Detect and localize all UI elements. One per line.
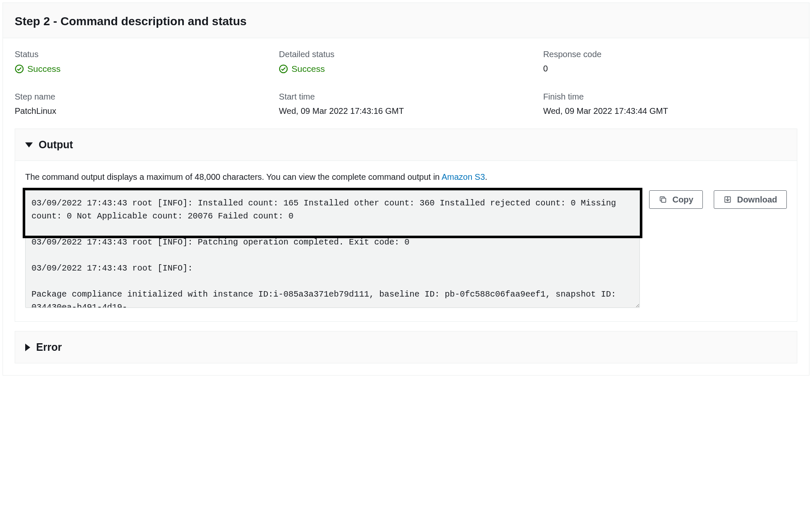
download-button[interactable]: Download [714,190,787,209]
svg-rect-2 [662,198,666,202]
start-time-value: Wed, 09 Mar 2022 17:43:16 GMT [279,105,533,117]
output-row: Copy Download [25,190,787,311]
error-heading: Error [36,340,62,355]
detailed-status-label: Detailed status [279,48,533,60]
output-actions: Copy Download [649,190,787,209]
field-start-time: Start time Wed, 09 Mar 2022 17:43:16 GMT [279,91,533,117]
output-description: The command output displays a maximum of… [25,171,787,183]
caret-right-icon [25,344,30,351]
error-section: Error [15,331,797,363]
field-status: Status Success [15,48,269,76]
field-response-code: Response code 0 [543,48,797,76]
detailed-status-value: Success [279,63,325,75]
field-finish-time: Finish time Wed, 09 Mar 2022 17:43:44 GM… [543,91,797,117]
output-toggle[interactable]: Output [15,129,797,161]
error-toggle[interactable]: Error [15,331,797,363]
amazon-s3-link[interactable]: Amazon S3 [442,172,485,181]
step-name-label: Step name [15,91,269,103]
copy-button[interactable]: Copy [649,190,703,209]
download-icon [723,195,732,204]
start-time-label: Start time [279,91,533,103]
finish-time-value: Wed, 09 Mar 2022 17:43:44 GMT [543,105,797,117]
copy-icon [659,195,667,204]
panel-body: Status Success Detailed status Suc [3,38,809,375]
panel-title: Step 2 - Command description and status [15,13,797,29]
success-check-icon [279,64,288,74]
output-textarea[interactable] [25,190,640,308]
status-grid: Status Success Detailed status Suc [15,48,797,117]
step-name-value: PatchLinux [15,105,269,117]
response-code-value: 0 [543,63,797,74]
panel-header: Step 2 - Command description and status [3,3,809,38]
status-label: Status [15,48,269,60]
output-textarea-wrap [25,190,640,311]
caret-down-icon [25,142,33,147]
output-body: The command output displays a maximum of… [15,161,797,321]
output-heading: Output [39,137,73,152]
step-panel: Step 2 - Command description and status … [3,3,809,376]
output-section: Output The command output displays a max… [15,129,797,322]
finish-time-label: Finish time [543,91,797,103]
success-check-icon [15,64,24,74]
field-step-name: Step name PatchLinux [15,91,269,117]
status-value: Success [15,63,60,75]
response-code-label: Response code [543,48,797,60]
field-detailed-status: Detailed status Success [279,48,533,76]
